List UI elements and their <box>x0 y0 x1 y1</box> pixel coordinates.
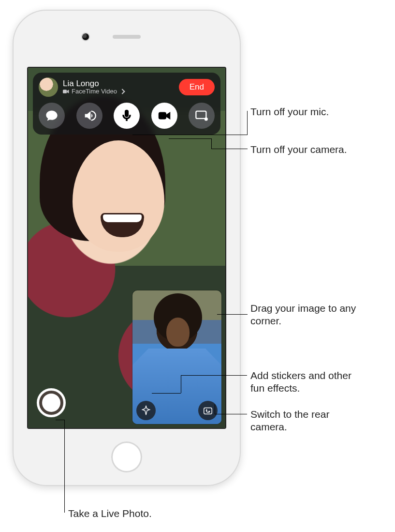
chevron-right-icon <box>119 88 124 95</box>
messages-icon <box>45 109 59 122</box>
control-row <box>39 103 215 129</box>
call-info[interactable]: Lia Longo FaceTime Video <box>63 79 174 95</box>
end-call-button[interactable]: End <box>179 79 215 95</box>
flip-camera-icon <box>203 405 213 416</box>
callout-flip: Switch to the rear camera. <box>250 408 357 434</box>
call-status: FaceTime Video <box>63 88 174 95</box>
speaker-slot <box>113 35 141 39</box>
call-header: Lia Longo FaceTime Video End <box>39 77 215 97</box>
lead-camera-h1 <box>169 138 211 139</box>
callout-drag: Drag your image to any corner. <box>250 302 357 328</box>
avatar[interactable] <box>39 77 58 97</box>
mute-button[interactable] <box>114 103 140 129</box>
callout-mic: Turn off your mic. <box>250 106 329 118</box>
effects-star-icon <box>141 405 151 416</box>
self-view-pip[interactable] <box>132 290 221 424</box>
live-photo-shutter[interactable] <box>37 388 66 417</box>
speaker-button[interactable] <box>76 103 102 129</box>
lead-flip <box>215 414 247 414</box>
svg-rect-0 <box>63 90 67 93</box>
speaker-icon <box>83 109 96 122</box>
effects-button[interactable] <box>136 401 156 420</box>
home-button[interactable] <box>111 441 142 472</box>
call-status-text: FaceTime Video <box>72 88 117 95</box>
lead-shutter-h <box>56 420 64 420</box>
lead-effects-v <box>181 375 181 393</box>
lead-mic <box>132 135 248 135</box>
callout-camera: Turn off your camera. <box>250 143 347 156</box>
lead-camera-v <box>211 138 212 149</box>
device-frame: Lia Longo FaceTime Video End <box>13 10 241 486</box>
lead-camera-h2 <box>211 149 248 149</box>
microphone-icon <box>120 109 133 122</box>
video-icon <box>63 89 69 94</box>
svg-point-3 <box>205 118 208 121</box>
lead-shutter-v <box>64 420 65 513</box>
lead-mic-v <box>247 111 248 135</box>
messages-button[interactable] <box>39 103 65 129</box>
svg-rect-1 <box>159 112 166 119</box>
callout-shutter: Take a Live Photo. <box>68 507 152 520</box>
lead-effects-h2 <box>181 375 247 376</box>
remote-teeth <box>103 214 142 222</box>
caller-name: Lia Longo <box>63 79 174 88</box>
lead-effects-h1 <box>152 393 181 394</box>
pip-face <box>166 318 190 347</box>
svg-rect-2 <box>196 111 206 119</box>
svg-rect-4 <box>204 408 212 414</box>
video-camera-icon <box>158 109 171 122</box>
camera-toggle-button[interactable] <box>151 103 177 129</box>
callout-effects: Add stickers and other fun effects. <box>250 369 362 395</box>
lead-drag <box>217 314 248 315</box>
call-controls-card: Lia Longo FaceTime Video End <box>33 73 220 135</box>
front-camera-dot <box>82 33 89 40</box>
lead-flip-v <box>215 404 215 414</box>
share-screen-button[interactable] <box>189 103 215 129</box>
share-screen-icon <box>195 109 208 122</box>
screen: Lia Longo FaceTime Video End <box>27 67 226 429</box>
